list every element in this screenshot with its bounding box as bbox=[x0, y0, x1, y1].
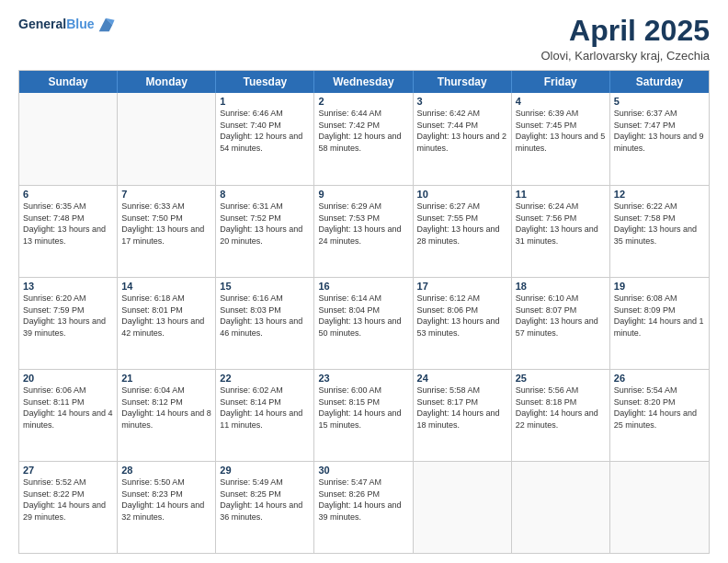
sun-info: Sunrise: 6:27 AM Sunset: 7:55 PM Dayligh… bbox=[417, 201, 507, 247]
header-sunday: Sunday bbox=[19, 71, 118, 93]
day-number: 14 bbox=[121, 281, 211, 292]
sun-info: Sunrise: 6:29 AM Sunset: 7:53 PM Dayligh… bbox=[318, 201, 408, 247]
day-number: 12 bbox=[614, 189, 705, 200]
day-number: 24 bbox=[417, 373, 507, 384]
cal-cell-w2-d7: 12Sunrise: 6:22 AM Sunset: 7:58 PM Dayli… bbox=[610, 186, 709, 277]
sun-info: Sunrise: 6:18 AM Sunset: 8:01 PM Dayligh… bbox=[121, 293, 211, 339]
sun-info: Sunrise: 6:16 AM Sunset: 8:03 PM Dayligh… bbox=[220, 293, 310, 339]
day-number: 21 bbox=[121, 373, 211, 384]
day-number: 11 bbox=[516, 189, 606, 200]
sun-info: Sunrise: 6:20 AM Sunset: 7:59 PM Dayligh… bbox=[23, 293, 113, 339]
header-friday: Friday bbox=[512, 71, 610, 93]
cal-cell-w2-d4: 9Sunrise: 6:29 AM Sunset: 7:53 PM Daylig… bbox=[314, 186, 413, 277]
sun-info: Sunrise: 5:47 AM Sunset: 8:26 PM Dayligh… bbox=[318, 477, 408, 523]
cal-cell-w4-d6: 25Sunrise: 5:56 AM Sunset: 8:18 PM Dayli… bbox=[512, 370, 610, 461]
day-number: 6 bbox=[23, 189, 113, 200]
day-number: 3 bbox=[417, 96, 507, 107]
cal-cell-w2-d3: 8Sunrise: 6:31 AM Sunset: 7:52 PM Daylig… bbox=[216, 186, 314, 277]
day-number: 20 bbox=[23, 373, 113, 384]
cal-cell-w5-d2: 28Sunrise: 5:50 AM Sunset: 8:23 PM Dayli… bbox=[118, 462, 216, 553]
day-number: 4 bbox=[516, 96, 606, 107]
cal-cell-w3-d1: 13Sunrise: 6:20 AM Sunset: 7:59 PM Dayli… bbox=[19, 278, 118, 369]
day-number: 13 bbox=[23, 281, 113, 292]
day-number: 19 bbox=[614, 281, 705, 292]
cal-cell-w3-d7: 19Sunrise: 6:08 AM Sunset: 8:09 PM Dayli… bbox=[610, 278, 709, 369]
sun-info: Sunrise: 5:49 AM Sunset: 8:25 PM Dayligh… bbox=[220, 477, 310, 523]
sun-info: Sunrise: 6:00 AM Sunset: 8:15 PM Dayligh… bbox=[318, 385, 408, 431]
location: Olovi, Karlovarsky kraj, Czechia bbox=[541, 49, 711, 63]
sun-info: Sunrise: 6:06 AM Sunset: 8:11 PM Dayligh… bbox=[23, 385, 113, 431]
day-number: 9 bbox=[318, 189, 408, 200]
cal-cell-w2-d6: 11Sunrise: 6:24 AM Sunset: 7:56 PM Dayli… bbox=[512, 186, 610, 277]
sun-info: Sunrise: 6:39 AM Sunset: 7:45 PM Dayligh… bbox=[516, 108, 606, 154]
cal-cell-w1-d1 bbox=[19, 93, 118, 185]
day-number: 1 bbox=[220, 96, 310, 107]
sun-info: Sunrise: 5:54 AM Sunset: 8:20 PM Dayligh… bbox=[614, 385, 705, 431]
cal-cell-w2-d5: 10Sunrise: 6:27 AM Sunset: 7:55 PM Dayli… bbox=[414, 186, 512, 277]
day-number: 22 bbox=[220, 373, 310, 384]
cal-cell-w1-d5: 3Sunrise: 6:42 AM Sunset: 7:44 PM Daylig… bbox=[414, 93, 512, 185]
sun-info: Sunrise: 6:02 AM Sunset: 8:14 PM Dayligh… bbox=[220, 385, 310, 431]
week-row-2: 6Sunrise: 6:35 AM Sunset: 7:48 PM Daylig… bbox=[19, 185, 709, 277]
day-number: 16 bbox=[318, 281, 408, 292]
cal-cell-w4-d4: 23Sunrise: 6:00 AM Sunset: 8:15 PM Dayli… bbox=[314, 370, 413, 461]
sun-info: Sunrise: 6:22 AM Sunset: 7:58 PM Dayligh… bbox=[614, 201, 705, 247]
cal-cell-w5-d7 bbox=[610, 462, 709, 553]
cal-cell-w5-d4: 30Sunrise: 5:47 AM Sunset: 8:26 PM Dayli… bbox=[314, 462, 413, 553]
day-number: 26 bbox=[614, 373, 705, 384]
sun-info: Sunrise: 5:50 AM Sunset: 8:23 PM Dayligh… bbox=[121, 477, 211, 523]
day-number: 2 bbox=[318, 96, 408, 107]
day-number: 29 bbox=[220, 465, 310, 476]
sun-info: Sunrise: 5:58 AM Sunset: 8:17 PM Dayligh… bbox=[417, 385, 507, 431]
header-tuesday: Tuesday bbox=[216, 71, 314, 93]
week-row-1: 1Sunrise: 6:46 AM Sunset: 7:40 PM Daylig… bbox=[19, 93, 709, 185]
cal-cell-w3-d6: 18Sunrise: 6:10 AM Sunset: 8:07 PM Dayli… bbox=[512, 278, 610, 369]
cal-cell-w1-d4: 2Sunrise: 6:44 AM Sunset: 7:42 PM Daylig… bbox=[314, 93, 413, 185]
cal-cell-w5-d1: 27Sunrise: 5:52 AM Sunset: 8:22 PM Dayli… bbox=[19, 462, 118, 553]
month-title: April 2025 bbox=[541, 15, 711, 47]
sun-info: Sunrise: 6:44 AM Sunset: 7:42 PM Dayligh… bbox=[318, 108, 408, 154]
logo-icon bbox=[96, 15, 116, 35]
sun-info: Sunrise: 6:12 AM Sunset: 8:06 PM Dayligh… bbox=[417, 293, 507, 339]
header-wednesday: Wednesday bbox=[314, 71, 413, 93]
cal-cell-w1-d2 bbox=[118, 93, 216, 185]
header-saturday: Saturday bbox=[610, 71, 709, 93]
logo: GeneralBlue bbox=[18, 15, 116, 35]
title-block: April 2025 Olovi, Karlovarsky kraj, Czec… bbox=[541, 15, 711, 63]
header: GeneralBlue April 2025 Olovi, Karlovarsk… bbox=[18, 15, 710, 63]
calendar-body: 1Sunrise: 6:46 AM Sunset: 7:40 PM Daylig… bbox=[19, 93, 709, 553]
cal-cell-w3-d4: 16Sunrise: 6:14 AM Sunset: 8:04 PM Dayli… bbox=[314, 278, 413, 369]
week-row-4: 20Sunrise: 6:06 AM Sunset: 8:11 PM Dayli… bbox=[19, 369, 709, 461]
sun-info: Sunrise: 6:35 AM Sunset: 7:48 PM Dayligh… bbox=[23, 201, 113, 247]
day-number: 25 bbox=[516, 373, 606, 384]
day-number: 7 bbox=[121, 189, 211, 200]
cal-cell-w5-d3: 29Sunrise: 5:49 AM Sunset: 8:25 PM Dayli… bbox=[216, 462, 314, 553]
day-number: 30 bbox=[318, 465, 408, 476]
week-row-3: 13Sunrise: 6:20 AM Sunset: 7:59 PM Dayli… bbox=[19, 277, 709, 369]
sun-info: Sunrise: 6:37 AM Sunset: 7:47 PM Dayligh… bbox=[614, 108, 705, 154]
cal-cell-w2-d2: 7Sunrise: 6:33 AM Sunset: 7:50 PM Daylig… bbox=[118, 186, 216, 277]
header-thursday: Thursday bbox=[414, 71, 512, 93]
cal-cell-w4-d1: 20Sunrise: 6:06 AM Sunset: 8:11 PM Dayli… bbox=[19, 370, 118, 461]
sun-info: Sunrise: 6:04 AM Sunset: 8:12 PM Dayligh… bbox=[121, 385, 211, 431]
cal-cell-w5-d6 bbox=[512, 462, 610, 553]
sun-info: Sunrise: 6:08 AM Sunset: 8:09 PM Dayligh… bbox=[614, 293, 705, 339]
header-monday: Monday bbox=[118, 71, 216, 93]
day-number: 15 bbox=[220, 281, 310, 292]
sun-info: Sunrise: 6:14 AM Sunset: 8:04 PM Dayligh… bbox=[318, 293, 408, 339]
sun-info: Sunrise: 6:31 AM Sunset: 7:52 PM Dayligh… bbox=[220, 201, 310, 247]
day-number: 8 bbox=[220, 189, 310, 200]
calendar-header: Sunday Monday Tuesday Wednesday Thursday… bbox=[19, 71, 709, 93]
day-number: 27 bbox=[23, 465, 113, 476]
cal-cell-w1-d3: 1Sunrise: 6:46 AM Sunset: 7:40 PM Daylig… bbox=[216, 93, 314, 185]
cal-cell-w4-d5: 24Sunrise: 5:58 AM Sunset: 8:17 PM Dayli… bbox=[414, 370, 512, 461]
cal-cell-w5-d5 bbox=[414, 462, 512, 553]
sun-info: Sunrise: 6:46 AM Sunset: 7:40 PM Dayligh… bbox=[220, 108, 310, 154]
sun-info: Sunrise: 5:52 AM Sunset: 8:22 PM Dayligh… bbox=[23, 477, 113, 523]
cal-cell-w4-d2: 21Sunrise: 6:04 AM Sunset: 8:12 PM Dayli… bbox=[118, 370, 216, 461]
day-number: 10 bbox=[417, 189, 507, 200]
cal-cell-w1-d6: 4Sunrise: 6:39 AM Sunset: 7:45 PM Daylig… bbox=[512, 93, 610, 185]
sun-info: Sunrise: 6:24 AM Sunset: 7:56 PM Dayligh… bbox=[516, 201, 606, 247]
sun-info: Sunrise: 6:10 AM Sunset: 8:07 PM Dayligh… bbox=[516, 293, 606, 339]
day-number: 17 bbox=[417, 281, 507, 292]
